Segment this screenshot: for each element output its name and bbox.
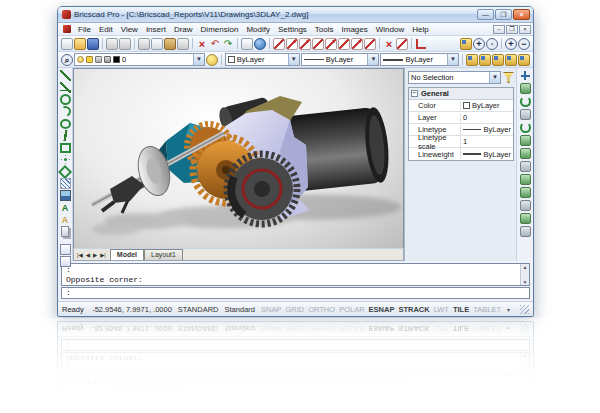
- iso-view-icon[interactable]: [518, 54, 530, 66]
- color-dropdown-arrow[interactable]: ▼: [288, 54, 299, 65]
- redo-icon[interactable]: [222, 38, 234, 50]
- menu-tools[interactable]: Tools: [311, 25, 338, 34]
- properties-group-header[interactable]: − General: [409, 88, 513, 100]
- undo-icon[interactable]: [209, 38, 221, 50]
- menu-images[interactable]: Images: [338, 25, 372, 34]
- last-tab-button[interactable]: ▶|: [99, 252, 107, 258]
- toggle-snap[interactable]: SNAP: [261, 305, 281, 314]
- next-tab-button[interactable]: ▶: [92, 252, 98, 258]
- toggle-grid[interactable]: GRID: [285, 305, 304, 314]
- esnap-intersection-icon[interactable]: [396, 38, 408, 50]
- maximize-button[interactable]: ❐: [495, 9, 512, 20]
- collapse-icon[interactable]: −: [411, 90, 418, 97]
- scroll-down-icon[interactable]: ▼: [523, 279, 528, 285]
- menu-draw[interactable]: Draw: [170, 25, 197, 34]
- lineweight-combobox[interactable]: ByLayer ▼: [380, 53, 459, 66]
- esnap-perpendicular-icon[interactable]: [325, 38, 337, 50]
- rectangle-tool-icon[interactable]: [60, 142, 71, 153]
- command-history[interactable]: : Opposite corner: ▲ ▼: [61, 263, 530, 286]
- mirror-tool-icon[interactable]: [520, 109, 531, 120]
- toggle-lwt[interactable]: LWT: [434, 305, 449, 314]
- array-tool-icon[interactable]: [520, 135, 531, 146]
- new-icon[interactable]: [61, 38, 73, 50]
- right-view-icon[interactable]: [505, 54, 517, 66]
- copy-icon[interactable]: [151, 38, 163, 50]
- menu-edit[interactable]: Edit: [95, 25, 117, 34]
- polygon-tool-icon[interactable]: [60, 166, 71, 177]
- tab-layout1[interactable]: Layout1: [144, 249, 183, 260]
- zoom-previous-icon[interactable]: ◦: [486, 38, 498, 50]
- menu-dimension[interactable]: Dimension: [197, 25, 243, 34]
- explode-tool-icon[interactable]: [520, 226, 531, 237]
- linetype-dropdown-arrow[interactable]: ▼: [367, 54, 378, 65]
- named-views-icon[interactable]: [460, 38, 472, 50]
- selection-combobox[interactable]: No Selection ▼: [408, 71, 501, 84]
- left-view-icon[interactable]: [492, 54, 504, 66]
- properties-panel-icon[interactable]: [241, 38, 253, 50]
- polyline-tool-icon[interactable]: [60, 82, 71, 93]
- mdi-restore-button[interactable]: ❐: [506, 25, 518, 34]
- selection-dropdown-arrow[interactable]: ▼: [489, 72, 500, 83]
- esnap-nearest-icon[interactable]: [273, 38, 285, 50]
- zoom-in-icon[interactable]: +: [505, 38, 517, 50]
- layout-sheet-icon[interactable]: [60, 244, 71, 255]
- fillet-tool-icon[interactable]: [520, 200, 531, 211]
- mtext-tool-icon[interactable]: [60, 214, 71, 225]
- layer-combobox[interactable]: 0 ▼: [74, 53, 205, 66]
- property-row-color[interactable]: Color ByLayer: [409, 100, 513, 112]
- color-combobox[interactable]: ByLayer ▼: [225, 53, 300, 66]
- toggle-esnap[interactable]: ESNAP: [369, 305, 395, 314]
- command-input[interactable]: :: [61, 287, 530, 299]
- toggle-polar[interactable]: POLAR: [339, 305, 364, 314]
- help-sphere-icon[interactable]: [254, 38, 266, 50]
- spline-tool-icon[interactable]: [60, 130, 71, 141]
- esnap-quadrant-icon[interactable]: [351, 38, 363, 50]
- menu-insert[interactable]: Insert: [142, 25, 170, 34]
- resize-grip[interactable]: [520, 305, 529, 314]
- status-dim-style[interactable]: Standard: [225, 305, 255, 314]
- document-icon[interactable]: [63, 25, 71, 33]
- text-tool-icon[interactable]: [60, 202, 71, 213]
- arc-tool-icon[interactable]: [60, 106, 71, 117]
- ellipse-tool-icon[interactable]: [60, 118, 71, 129]
- status-menu-caret-icon[interactable]: ▾: [507, 306, 510, 313]
- copy-entities-tool-icon[interactable]: [61, 226, 69, 237]
- esnap-insertion-icon[interactable]: [364, 38, 376, 50]
- plot-preview-icon[interactable]: [106, 38, 118, 50]
- menu-window[interactable]: Window: [372, 25, 408, 34]
- status-text-style[interactable]: STANDARD: [178, 305, 219, 314]
- menu-view[interactable]: View: [117, 25, 142, 34]
- status-coordinates[interactable]: -52.9546, 7.9971, .0000: [92, 305, 172, 314]
- toggle-tile[interactable]: TILE: [453, 305, 469, 314]
- chamfer-tool-icon[interactable]: [520, 213, 531, 224]
- menu-help[interactable]: Help: [408, 25, 432, 34]
- paste-icon[interactable]: [164, 38, 176, 50]
- rotate-tool-icon[interactable]: [520, 96, 531, 107]
- drawing-viewport[interactable]: [73, 68, 404, 248]
- scale-tool-icon[interactable]: [520, 148, 531, 159]
- linetype-combobox[interactable]: ByLayer ▼: [301, 53, 380, 66]
- prev-tab-button[interactable]: ◀: [85, 252, 91, 258]
- esnap-midpoint-icon[interactable]: [299, 38, 311, 50]
- quick-select-icon[interactable]: [503, 72, 514, 83]
- tab-model[interactable]: Model: [110, 249, 144, 260]
- explore-layers-icon[interactable]: ⌕: [61, 54, 73, 66]
- esnap-center-icon[interactable]: [312, 38, 324, 50]
- scroll-up-icon[interactable]: ▲: [523, 264, 528, 270]
- match-properties-icon[interactable]: [177, 38, 189, 50]
- close-button[interactable]: ×: [513, 9, 530, 20]
- property-row-linetype-scale[interactable]: Linetype scale 1: [409, 136, 513, 148]
- menu-settings[interactable]: Settings: [274, 25, 311, 34]
- extend-tool-icon[interactable]: [520, 187, 531, 198]
- esnap-tangent-icon[interactable]: [338, 38, 350, 50]
- esnap-none-icon[interactable]: [383, 38, 395, 50]
- plot-sheet-icon[interactable]: [60, 256, 71, 267]
- hatch-tool-icon[interactable]: [60, 178, 71, 189]
- open-icon[interactable]: [74, 38, 86, 50]
- mdi-close-button[interactable]: ×: [519, 25, 531, 34]
- move-tool-icon[interactable]: [520, 70, 531, 81]
- top-view-icon[interactable]: [466, 54, 478, 66]
- toggle-ortho[interactable]: ORTHO: [308, 305, 335, 314]
- mdi-minimize-button[interactable]: ‒: [493, 25, 505, 34]
- circle-tool-icon[interactable]: [60, 94, 71, 105]
